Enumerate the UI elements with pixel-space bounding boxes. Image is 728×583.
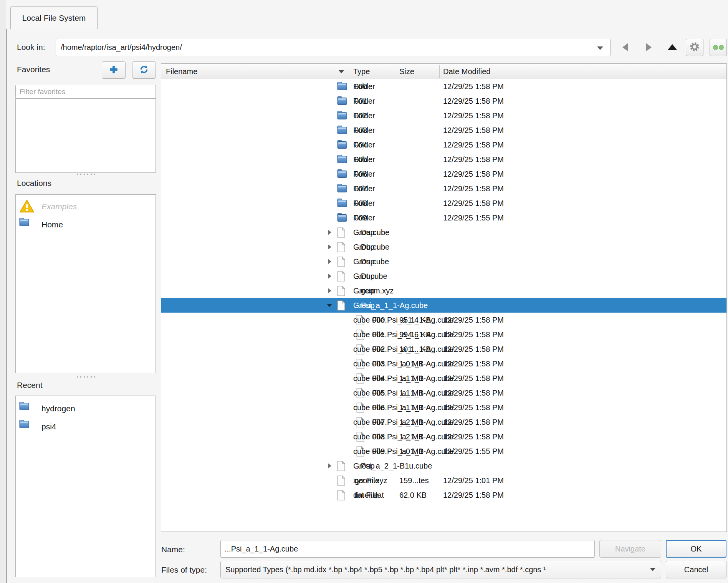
- refresh-favorites-button[interactable]: [132, 61, 156, 79]
- date-cell: 12/29/25 1:55 PM: [443, 210, 504, 225]
- splitter-handle[interactable]: [77, 174, 95, 175]
- table-row[interactable]: ...Psi_a_1_1-Ag.cubeGroup: [161, 298, 726, 313]
- type-cell: Group: [353, 459, 375, 473]
- cancel-button[interactable]: Cancel: [666, 561, 726, 578]
- type-cell: Folder: [353, 123, 375, 137]
- table-row[interactable]: timer.datdat File62.0 KB12/29/25 1:58 PM: [161, 488, 726, 502]
- column-header-size[interactable]: Size: [399, 64, 414, 79]
- table-row[interactable]: 006.Psi_a_1_1-Ag.cubecube File1.1 MB12/2…: [161, 400, 726, 415]
- path-combobox[interactable]: [56, 39, 611, 56]
- date-cell: 12/29/25 1:58 PM: [443, 313, 504, 327]
- table-row[interactable]: 002.Psi_a_1_1-Ag.cubecube File101... KB1…: [161, 342, 726, 356]
- folder-icon: [337, 140, 347, 150]
- table-row[interactable]: ...Psi_a_2_1-B1u.cubeGroup: [161, 459, 726, 473]
- table-row[interactable]: 001Folder12/29/25 1:58 PM: [161, 94, 726, 108]
- settings-button[interactable]: [686, 39, 703, 56]
- type-cell: Group: [353, 269, 375, 283]
- connection-button[interactable]: [710, 39, 727, 56]
- table-row[interactable]: ...Ds.cubeGroup: [161, 254, 726, 269]
- expand-icon[interactable]: [328, 244, 331, 250]
- type-cell: cube File: [353, 444, 384, 459]
- folder-icon: [337, 125, 347, 135]
- type-cell: cube File: [353, 313, 384, 327]
- expand-icon[interactable]: [328, 288, 331, 293]
- table-row[interactable]: 006Folder12/29/25 1:58 PM: [161, 167, 726, 181]
- navigate-button[interactable]: Navigate: [599, 540, 661, 558]
- back-button[interactable]: [622, 43, 628, 51]
- recent-item-psi4[interactable]: psi4: [16, 417, 156, 436]
- expand-icon[interactable]: [328, 463, 331, 469]
- folder-icon: [337, 213, 347, 223]
- column-header-filename[interactable]: Filename: [166, 64, 197, 79]
- table-row[interactable]: 000.Psi_a_1_1-Ag.cubecube File951.4 KB12…: [161, 313, 726, 327]
- type-cell: Folder: [353, 196, 375, 210]
- column-header-type[interactable]: Type: [353, 64, 370, 79]
- size-cell: 951.4 KB: [399, 313, 431, 327]
- chevron-down-icon[interactable]: [650, 568, 655, 571]
- table-row[interactable]: 002Folder12/29/25 1:58 PM: [161, 108, 726, 123]
- type-cell: Group: [353, 283, 375, 298]
- size-cell: 62.0 KB: [399, 488, 427, 502]
- favorites-list[interactable]: [15, 98, 156, 173]
- table-row[interactable]: 003Folder12/29/25 1:58 PM: [161, 123, 726, 137]
- table-row[interactable]: 005Folder12/29/25 1:58 PM: [161, 152, 726, 167]
- locations-list[interactable]: ExamplesHome: [15, 194, 156, 373]
- table-row[interactable]: geom.xyzxyz File159...tes12/29/25 1:01 P…: [161, 473, 726, 488]
- list-item-label: hydrogen: [41, 399, 75, 417]
- type-cell: Folder: [353, 167, 375, 181]
- table-row[interactable]: 008Folder12/29/25 1:58 PM: [161, 196, 726, 210]
- filename-input[interactable]: [220, 540, 595, 558]
- location-item-examples[interactable]: Examples: [16, 197, 156, 215]
- date-cell: 12/29/25 1:58 PM: [443, 137, 504, 152]
- date-cell: 12/29/25 1:58 PM: [443, 108, 504, 123]
- files-of-type-combobox[interactable]: Supported Types (*.bp md.idx *.bp *.bp4 …: [220, 561, 661, 578]
- chevron-down-icon[interactable]: [597, 46, 603, 50]
- sort-indicator-icon[interactable]: [339, 70, 344, 73]
- location-item-home[interactable]: Home: [16, 215, 156, 234]
- path-input[interactable]: [56, 39, 589, 56]
- column-header-date-modified[interactable]: Date Modified: [443, 64, 490, 79]
- table-row[interactable]: 003.Psi_a_1_1-Ag.cubecube File1.0 MB12/2…: [161, 356, 726, 371]
- table-row[interactable]: 005.Psi_a_1_1-Ag.cubecube File1.1 MB12/2…: [161, 386, 726, 400]
- file-icon: [337, 475, 347, 485]
- recent-list[interactable]: hydrogenpsi4: [15, 396, 156, 577]
- size-cell: 1.2 MB: [399, 415, 424, 429]
- recent-title: Recent: [17, 380, 43, 390]
- type-cell: Group: [353, 225, 375, 240]
- table-row[interactable]: ...Da.cubeGroup: [161, 225, 726, 240]
- table-row[interactable]: 000Folder12/29/25 1:58 PM: [161, 79, 726, 94]
- folder-icon: [337, 154, 347, 164]
- file-icon: [337, 227, 347, 237]
- ok-button[interactable]: OK: [666, 540, 726, 558]
- filter-favorites-input[interactable]: [15, 85, 156, 98]
- tab-local-file-system[interactable]: Local File System: [10, 6, 98, 29]
- table-row[interactable]: ...Dt.cubeGroup: [161, 269, 726, 283]
- gear-icon: [689, 41, 700, 54]
- table-row[interactable]: ...geom.xyzGroup: [161, 283, 726, 298]
- table-row[interactable]: 001.Psi_a_1_1-Ag.cubecube File994.6 KB12…: [161, 327, 726, 342]
- green-dot-icon: [713, 45, 718, 50]
- files-of-type-label: Files of type:: [161, 565, 207, 575]
- table-row[interactable]: 004.Psi_a_1_1-Ag.cubecube File1.1 MB12/2…: [161, 371, 726, 386]
- up-directory-button[interactable]: [668, 44, 677, 50]
- expand-icon[interactable]: [328, 273, 331, 279]
- table-row[interactable]: 007Folder12/29/25 1:58 PM: [161, 181, 726, 196]
- collapse-icon[interactable]: [327, 304, 332, 307]
- file-rows: 000Folder12/29/25 1:58 PM001Folder12/29/…: [161, 79, 726, 532]
- add-favorite-button[interactable]: [102, 61, 126, 79]
- table-row[interactable]: ...Db.cubeGroup: [161, 240, 726, 254]
- forward-button[interactable]: [646, 43, 652, 51]
- table-row[interactable]: 007.Psi_a_1_1-Ag.cubecube File1.2 MB12/2…: [161, 415, 726, 429]
- recent-item-hydrogen[interactable]: hydrogen: [16, 399, 156, 417]
- table-row[interactable]: 009.Psi_a_1_1-Ag.cubecube File1.0 MB12/2…: [161, 444, 726, 459]
- table-row[interactable]: 008.Psi_a_1_1-Ag.cubecube File1.2 MB12/2…: [161, 429, 726, 444]
- warning-icon: [19, 199, 35, 213]
- table-row[interactable]: 009Folder12/29/25 1:55 PM: [161, 210, 726, 225]
- expand-icon[interactable]: [328, 230, 331, 235]
- combo-divider: [590, 41, 590, 53]
- expand-icon[interactable]: [328, 259, 331, 264]
- table-row[interactable]: 004Folder12/29/25 1:58 PM: [161, 137, 726, 152]
- splitter-handle[interactable]: [77, 376, 95, 378]
- folder-icon: [337, 111, 347, 121]
- green-dot-icon: [719, 45, 724, 50]
